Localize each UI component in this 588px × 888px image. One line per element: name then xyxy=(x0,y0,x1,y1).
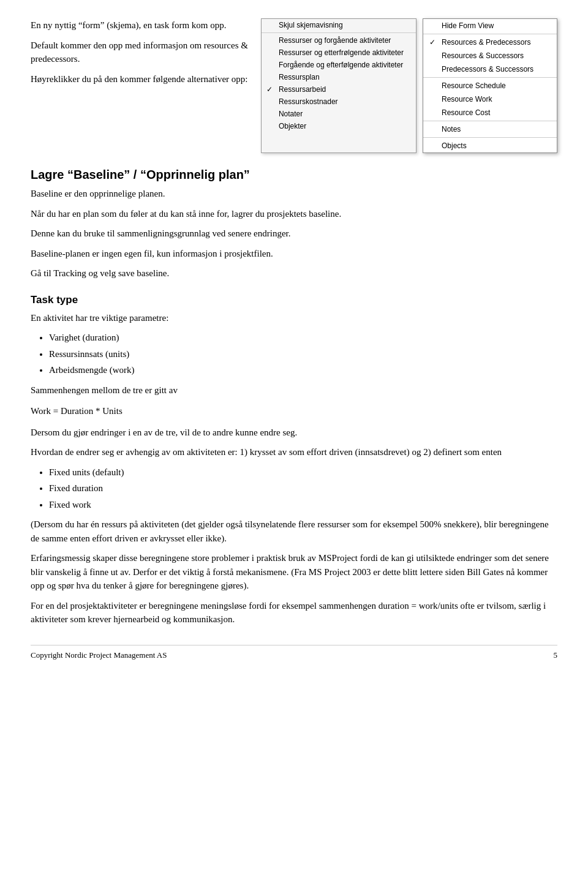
rmenu-item-res-work[interactable]: Resource Work xyxy=(423,92,557,106)
menu-item-notater[interactable]: Notater xyxy=(262,108,416,120)
baseline-heading: Lagre “Baseline” / “Opprinnelig plan” xyxy=(31,168,557,182)
intro-para2: Default kommer den opp med informasjon o… xyxy=(31,39,249,66)
tasktype-formula: Work = Duration * Units xyxy=(31,404,557,418)
menu-item-ressurser-forg[interactable]: Ressurser og forgående aktiviteter xyxy=(262,34,416,47)
menu-item-ressursplan[interactable]: Ressursplan xyxy=(262,71,416,83)
tasktype-para2: Dersom du gjør endringer i en av de tre,… xyxy=(31,426,557,440)
rmenu-item-res-succ[interactable]: Resources & Successors xyxy=(423,49,557,62)
bullet-ressursinnsats: Ressursinnsats (units) xyxy=(49,347,557,361)
bullet-fixed-units: Fixed units (default) xyxy=(49,465,557,480)
menus-col: Skjul skjemavisning Ressurser og forgåen… xyxy=(261,18,557,153)
tasktype-bullet-list: Varighet (duration) Ressursinnsats (unit… xyxy=(49,331,557,377)
separator1 xyxy=(262,32,416,33)
tasktype-intro: En aktivitet har tre viktige parametre: xyxy=(31,311,557,325)
tasktype-para6: For en del prosjektaktiviteter er beregn… xyxy=(31,599,557,626)
tasktype-heading: Task type xyxy=(31,294,557,306)
intro-para1: En ny nyttig “form” (skjema), en task fo… xyxy=(31,18,249,32)
bullet-varighet: Varighet (duration) xyxy=(49,331,557,345)
footer-page-number: 5 xyxy=(554,650,558,660)
baseline-para5: Gå til Tracking og velg save baseline. xyxy=(31,266,557,280)
baseline-para3: Denne kan du bruke til sammenligningsgru… xyxy=(31,227,557,241)
menu-item-ressursarbeid[interactable]: Ressursarbeid xyxy=(262,83,416,96)
tasktype-bullet-list2: Fixed units (default) Fixed duration Fix… xyxy=(49,465,557,512)
top-section: En ny nyttig “form” (skjema), en task fo… xyxy=(31,18,557,153)
left-context-menu: Skjul skjemavisning Ressurser og forgåen… xyxy=(261,18,417,153)
rmenu-item-notes[interactable]: Notes xyxy=(423,122,557,136)
tasktype-para3: Hvordan de endrer seg er avhengig av om … xyxy=(31,445,557,459)
content-area: En ny nyttig “form” (skjema), en task fo… xyxy=(31,18,557,660)
bullet-fixed-duration: Fixed duration xyxy=(49,481,557,495)
intro-text-col: En ny nyttig “form” (skjema), en task fo… xyxy=(31,18,261,92)
rmenu-item-objects[interactable]: Objects xyxy=(423,139,557,152)
right-context-menu: Hide Form View Resources & Predecessors … xyxy=(423,18,557,153)
bullet-arbeidsmengde: Arbeidsmengde (work) xyxy=(49,363,557,377)
rmenu-item-hide[interactable]: Hide Form View xyxy=(423,19,557,32)
baseline-para4: Baseline-planen er ingen egen fil, kun i… xyxy=(31,247,557,261)
menu-item-skjul[interactable]: Skjul skjemavisning xyxy=(262,19,416,31)
rmenu-item-pred-succ[interactable]: Predecessors & Successors xyxy=(423,62,557,76)
rmenu-item-res-pred[interactable]: Resources & Predecessors xyxy=(423,36,557,49)
baseline-para1: Baseline er den opprinnelige planen. xyxy=(31,187,557,201)
rseparator1 xyxy=(423,34,557,34)
footer-copyright: Copyright Nordic Project Management AS xyxy=(31,650,167,660)
page-footer: Copyright Nordic Project Management AS 5 xyxy=(31,645,557,660)
rseparator3 xyxy=(423,121,557,121)
bullet-fixed-work: Fixed work xyxy=(49,498,557,512)
tasktype-para5: Erfaringsmessig skaper disse beregningen… xyxy=(31,551,557,593)
tasktype-para1: Sammenhengen mellom de tre er gitt av xyxy=(31,383,557,397)
tasktype-para4: (Dersom du har én ressurs på aktiviteten… xyxy=(31,517,557,545)
rmenu-item-res-sched[interactable]: Resource Schedule xyxy=(423,79,557,92)
rmenu-item-res-cost[interactable]: Resource Cost xyxy=(423,106,557,119)
rseparator4 xyxy=(423,137,557,138)
intro-para3: Høyreklikker du på den kommer følgende a… xyxy=(31,72,249,86)
menu-item-forg-etter[interactable]: Forgående og efterfølgende aktiviteter xyxy=(262,59,416,71)
baseline-para2: Når du har en plan som du føler at du ka… xyxy=(31,207,557,221)
menu-item-objekter[interactable]: Objekter xyxy=(262,120,416,132)
menu-item-ressurser-etter[interactable]: Ressurser og etterfrølgende aktiviteter xyxy=(262,47,416,59)
rseparator2 xyxy=(423,77,557,78)
menu-item-ressurskostnader[interactable]: Ressurskostnader xyxy=(262,96,416,108)
